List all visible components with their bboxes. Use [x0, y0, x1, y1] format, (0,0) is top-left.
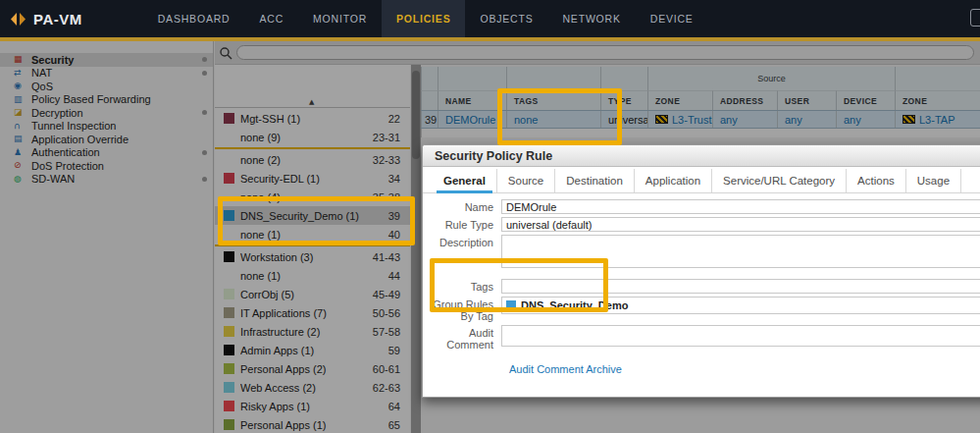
sidebar-item-application-override[interactable]: ▤ Application Override	[0, 133, 213, 146]
tag-row-workstation-3[interactable]: Workstation (3) 41-43	[215, 247, 410, 266]
tab-application[interactable]: Application	[635, 169, 712, 192]
audit-comment-input[interactable]	[501, 325, 980, 347]
tag-group-panel: ▲ Mgt-SSH (1) 22 none (9) 23-31 none (2)…	[215, 65, 410, 433]
logo-text: PA-VM	[33, 11, 82, 27]
rule-type-select[interactable]	[501, 217, 980, 232]
audit-comment-row: Audit Comment	[423, 325, 980, 351]
nav-tab-policies[interactable]: POLICIES	[382, 0, 465, 37]
src-zone-link[interactable]: L3-Trust	[672, 114, 712, 126]
unsaved-changes-dot	[202, 150, 207, 155]
column-header-address[interactable]: ADDRESS	[712, 90, 777, 110]
rule-name-link[interactable]: DEMOrule	[445, 114, 495, 126]
sidebar-item-qos[interactable]: ◉ QoS	[0, 80, 213, 93]
tag-row-personal-apps-2[interactable]: Personal Apps (2) 60-61	[215, 359, 410, 378]
sidebar-item-sd-wan[interactable]: ◍ SD-WAN	[0, 173, 213, 187]
tag-row-infrastructure-2[interactable]: Infrastructure (2) 57-58	[215, 322, 410, 341]
column-header[interactable]	[421, 90, 438, 110]
search-icon	[219, 46, 232, 60]
tab-destination[interactable]: Destination	[555, 169, 635, 192]
user-link[interactable]: any	[785, 114, 802, 126]
rule-device-cell: any	[836, 111, 895, 128]
table-group-header-row: Source	[421, 67, 980, 90]
tab-usage[interactable]: Usage	[906, 169, 961, 192]
sidebar-item-nat[interactable]: ⇄ NAT	[0, 67, 213, 81]
address-link[interactable]: any	[720, 114, 738, 126]
tag-row-none-2[interactable]: none (2) 32-33	[215, 150, 410, 169]
tag-panel-scrollbar[interactable]	[411, 65, 421, 433]
pan-os-screen: PA-VM DASHBOARDACCMONITORPOLICIESOBJECTS…	[0, 0, 980, 433]
column-header-zone[interactable]: ZONE	[895, 90, 980, 110]
sidebar-item-policy-based-forwarding[interactable]: ▥ Policy Based Forwarding	[0, 93, 213, 107]
sidebar-item-tunnel-inspection[interactable]: ∩ Tunnel Inspection	[0, 120, 213, 134]
name-input[interactable]	[501, 199, 980, 214]
collapse-arrow-icon[interactable]: ▲	[309, 98, 314, 106]
tag-row-security-edl-1[interactable]: Security-EDL (1) 34	[215, 169, 410, 188]
column-header-name[interactable]: NAME	[438, 90, 506, 110]
sidebar-item-dos-protection[interactable]: ⊘ DoS Protection	[0, 159, 213, 173]
rule-number-cell: 39	[421, 111, 438, 128]
tag-color-swatch	[224, 345, 234, 355]
nav-tab-dashboard[interactable]: DASHBOARD	[143, 0, 245, 37]
nav-corner-button[interactable]	[970, 9, 980, 27]
unsaved-changes-dot	[202, 71, 207, 76]
tag-row-personal-apps-1[interactable]: Personal Apps (1) 65	[215, 415, 410, 433]
rule-address-cell: any	[712, 111, 777, 128]
tag-color-swatch	[224, 382, 234, 393]
tag-color-swatch	[224, 307, 234, 318]
search-input[interactable]	[236, 45, 974, 60]
tab-source[interactable]: Source	[497, 169, 555, 192]
nav-tab-objects[interactable]: OBJECTS	[465, 0, 547, 37]
sidebar-item-decryption[interactable]: ◪ Decryption	[0, 106, 213, 120]
tag-row-admin-apps-1[interactable]: Admin Apps (1) 59	[215, 341, 410, 359]
sidebar-item-authentication[interactable]: ♟ Authentication	[0, 146, 213, 160]
dialog-tabs: GeneralSourceDestinationApplicationServi…	[423, 169, 980, 193]
sidebar-item-security[interactable]: ▦ Security	[0, 53, 213, 67]
rule-name-cell: DEMOrule	[438, 111, 506, 128]
nav-tab-acc[interactable]: ACC	[244, 0, 298, 37]
tunnel-inspection-icon: ∩	[14, 122, 27, 131]
tag-row-web-access-2[interactable]: Web Access (2) 62-63	[215, 378, 410, 397]
group-header	[421, 67, 438, 90]
sd-wan-icon: ◍	[14, 175, 27, 184]
nat-icon: ⇄	[14, 69, 27, 78]
tag-row-mgt-ssh-1[interactable]: Mgt-SSH (1) 22	[215, 109, 410, 128]
description-label: Description	[423, 235, 501, 248]
paloalto-logo-icon	[10, 11, 26, 27]
annotation-box-tags-column	[497, 88, 622, 145]
nav-tab-monitor[interactable]: MONITOR	[298, 0, 382, 37]
group-header	[506, 67, 600, 90]
tag-group-list: Mgt-SSH (1) 22 none (9) 23-31 none (2) 3…	[215, 109, 410, 433]
column-header-user[interactable]: USER	[777, 90, 836, 110]
security-icon: ▦	[14, 55, 27, 64]
top-nav: PA-VM DASHBOARDACCMONITORPOLICIESOBJECTS…	[0, 0, 980, 37]
tag-color-swatch	[224, 113, 234, 124]
annotation-box-tag-group	[218, 196, 415, 245]
scrollbar-thumb[interactable]	[412, 71, 420, 159]
tag-row-it-applications-7[interactable]: IT Applications (7) 50-56	[215, 303, 410, 322]
tag-row-corrobj-5[interactable]: CorrObj (5) 45-49	[215, 285, 410, 303]
audit-comment-archive-link[interactable]: Audit Comment Archive	[509, 363, 622, 375]
tag-row-risky-apps-1[interactable]: Risky Apps (1) 64	[215, 397, 410, 415]
column-header-zone[interactable]: ZONE	[647, 90, 712, 110]
tag-color-swatch	[224, 401, 234, 411]
tag-color-swatch	[224, 251, 234, 262]
unsaved-changes-dot	[202, 110, 207, 115]
group-header	[600, 67, 647, 90]
nav-tab-network[interactable]: NETWORK	[547, 0, 635, 37]
tab-actions[interactable]: Actions	[847, 169, 906, 192]
tag-row-none-9[interactable]: none (9) 23-31	[215, 128, 410, 146]
rule-dst-zone-cell: L3-TAP	[895, 111, 980, 128]
dst-zone-link[interactable]: L3-TAP	[919, 114, 954, 126]
zone-icon	[903, 115, 915, 124]
logo: PA-VM	[0, 0, 92, 37]
tab-service-url-category[interactable]: Service/URL Category	[712, 169, 847, 192]
device-link[interactable]: any	[844, 114, 861, 126]
column-header-device[interactable]: DEVICE	[836, 90, 895, 110]
tag-row-none-1[interactable]: none (1) 44	[215, 266, 410, 285]
rule-type-label: Rule Type	[423, 217, 501, 231]
nav-tab-device[interactable]: DEVICE	[636, 0, 708, 37]
unsaved-changes-dot	[202, 177, 207, 182]
group-header-source: Source	[647, 67, 895, 90]
tab-general[interactable]: General	[433, 169, 497, 192]
authentication-icon: ♟	[14, 148, 27, 157]
